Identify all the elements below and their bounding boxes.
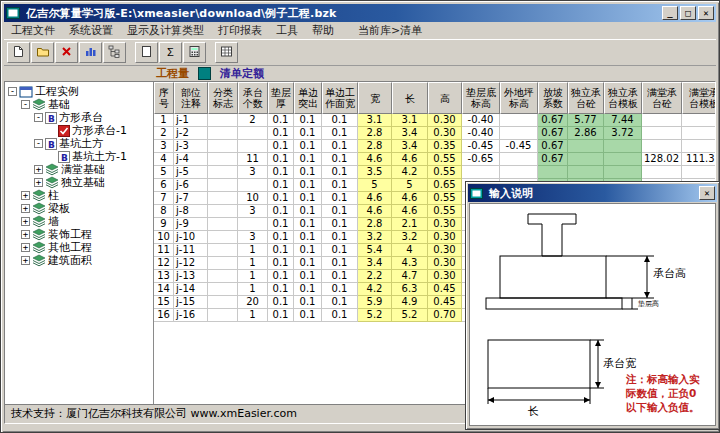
cell[interactable] bbox=[208, 140, 238, 153]
cell[interactable]: 0.1 bbox=[322, 127, 358, 140]
cell[interactable] bbox=[208, 218, 238, 231]
tree-expander-collapse[interactable]: - bbox=[34, 113, 43, 122]
cell[interactable] bbox=[500, 114, 538, 127]
cell[interactable]: 3 bbox=[238, 166, 268, 179]
cell[interactable]: 3.4 bbox=[392, 140, 428, 153]
cell[interactable]: 0.1 bbox=[322, 166, 358, 179]
cell[interactable]: 0.1 bbox=[294, 309, 322, 322]
tab-quantity[interactable]: 工程量 bbox=[156, 66, 189, 81]
cell[interactable]: 10 bbox=[238, 192, 268, 205]
cell[interactable]: 3.5 bbox=[358, 166, 392, 179]
dialog-close-button[interactable]: ✕ bbox=[699, 186, 715, 200]
cell[interactable] bbox=[208, 296, 238, 309]
cell[interactable]: 0.1 bbox=[322, 153, 358, 166]
cell[interactable] bbox=[538, 166, 568, 179]
cell[interactable]: 0.1 bbox=[294, 283, 322, 296]
cell[interactable] bbox=[642, 127, 682, 140]
minimize-button[interactable]: _ bbox=[662, 6, 678, 20]
cell[interactable]: 0.45 bbox=[428, 283, 462, 296]
cell[interactable]: 0.1 bbox=[268, 231, 294, 244]
cell[interactable]: 1 bbox=[238, 309, 268, 322]
teal-box-icon[interactable] bbox=[198, 67, 211, 80]
sigma-sum-button[interactable]: Σ bbox=[159, 42, 182, 63]
tree-item-label[interactable]: 独立基础 bbox=[61, 175, 105, 190]
cell[interactable]: 0.1 bbox=[322, 179, 358, 192]
cell[interactable]: 4.6 bbox=[358, 153, 392, 166]
cell[interactable]: 4.6 bbox=[392, 192, 428, 205]
cell[interactable]: 11 bbox=[154, 244, 174, 257]
cell[interactable]: -0.45 bbox=[500, 140, 538, 153]
cell[interactable]: 15 bbox=[154, 296, 174, 309]
calculator-button[interactable] bbox=[183, 42, 206, 63]
cell[interactable]: 0.1 bbox=[294, 127, 322, 140]
cell[interactable]: -0.45 bbox=[462, 140, 500, 153]
cell[interactable]: 0.1 bbox=[322, 140, 358, 153]
cell[interactable]: 3 bbox=[154, 140, 174, 153]
cell[interactable]: 2.1 bbox=[392, 218, 428, 231]
cell[interactable] bbox=[604, 166, 642, 179]
cell[interactable]: 0.65 bbox=[428, 179, 462, 192]
cell[interactable]: 5.2 bbox=[392, 309, 428, 322]
cell[interactable]: 9 bbox=[154, 218, 174, 231]
cell[interactable]: 0.30 bbox=[428, 257, 462, 270]
cell[interactable]: 0.1 bbox=[322, 283, 358, 296]
cell[interactable]: 0.1 bbox=[322, 296, 358, 309]
cell[interactable]: 0.30 bbox=[428, 231, 462, 244]
cell[interactable]: 5.2 bbox=[358, 309, 392, 322]
tree-expander-expand[interactable]: + bbox=[21, 230, 30, 239]
cell[interactable] bbox=[238, 140, 268, 153]
cell[interactable] bbox=[208, 153, 238, 166]
cell[interactable]: 0.30 bbox=[428, 270, 462, 283]
cell[interactable]: 0.1 bbox=[294, 114, 322, 127]
cell[interactable] bbox=[500, 127, 538, 140]
cell[interactable]: 16 bbox=[154, 309, 174, 322]
tree-expander-expand[interactable]: + bbox=[21, 191, 30, 200]
cell[interactable] bbox=[208, 127, 238, 140]
cell[interactable]: 5 bbox=[154, 166, 174, 179]
cell[interactable]: 14 bbox=[154, 283, 174, 296]
menu-item-1[interactable]: 系统设置 bbox=[62, 22, 120, 39]
cell[interactable]: 0.55 bbox=[428, 166, 462, 179]
cell[interactable]: 0.67 bbox=[538, 114, 568, 127]
cell[interactable]: 3.72 bbox=[604, 127, 642, 140]
cell[interactable]: 0.1 bbox=[294, 153, 322, 166]
tree-expander-expand[interactable]: + bbox=[21, 243, 30, 252]
cell[interactable]: 4.7 bbox=[392, 270, 428, 283]
cell[interactable] bbox=[500, 166, 538, 179]
cell[interactable]: 4.6 bbox=[358, 205, 392, 218]
cell[interactable]: 5 bbox=[358, 179, 392, 192]
cell[interactable] bbox=[682, 140, 715, 153]
cell[interactable]: j-11 bbox=[174, 244, 208, 257]
cell[interactable]: 5.77 bbox=[568, 114, 604, 127]
cell[interactable]: 11 bbox=[238, 153, 268, 166]
cell[interactable]: -0.40 bbox=[462, 114, 500, 127]
cell[interactable]: 20 bbox=[238, 296, 268, 309]
cell[interactable]: j-3 bbox=[174, 140, 208, 153]
cell[interactable]: 0.67 bbox=[538, 140, 568, 153]
tree-expander-expand[interactable]: + bbox=[21, 256, 30, 265]
cell[interactable]: 0.1 bbox=[322, 205, 358, 218]
cell[interactable]: 1 bbox=[154, 114, 174, 127]
cell[interactable]: j-1 bbox=[174, 114, 208, 127]
cell[interactable]: j-6 bbox=[174, 179, 208, 192]
cell[interactable]: 6 bbox=[154, 179, 174, 192]
cell[interactable]: 13 bbox=[154, 270, 174, 283]
open-folder-button[interactable] bbox=[31, 42, 54, 63]
cell[interactable] bbox=[208, 114, 238, 127]
cell[interactable]: 0.1 bbox=[268, 114, 294, 127]
cell[interactable]: 0.1 bbox=[322, 270, 358, 283]
cell[interactable]: 0.1 bbox=[294, 166, 322, 179]
cell[interactable]: 6.3 bbox=[392, 283, 428, 296]
column-chart-button[interactable] bbox=[79, 42, 102, 63]
tab-detail-quota[interactable]: 清单定额 bbox=[220, 66, 264, 81]
cell[interactable]: 0.70 bbox=[428, 309, 462, 322]
menu-item-2[interactable]: 显示及计算类型 bbox=[120, 22, 211, 39]
cell[interactable] bbox=[208, 270, 238, 283]
cell[interactable] bbox=[208, 244, 238, 257]
cell[interactable] bbox=[238, 127, 268, 140]
cell[interactable] bbox=[500, 153, 538, 166]
cell[interactable]: 0.1 bbox=[294, 192, 322, 205]
cell[interactable]: 0.1 bbox=[294, 140, 322, 153]
cell[interactable] bbox=[208, 257, 238, 270]
cell[interactable]: 0.30 bbox=[428, 114, 462, 127]
